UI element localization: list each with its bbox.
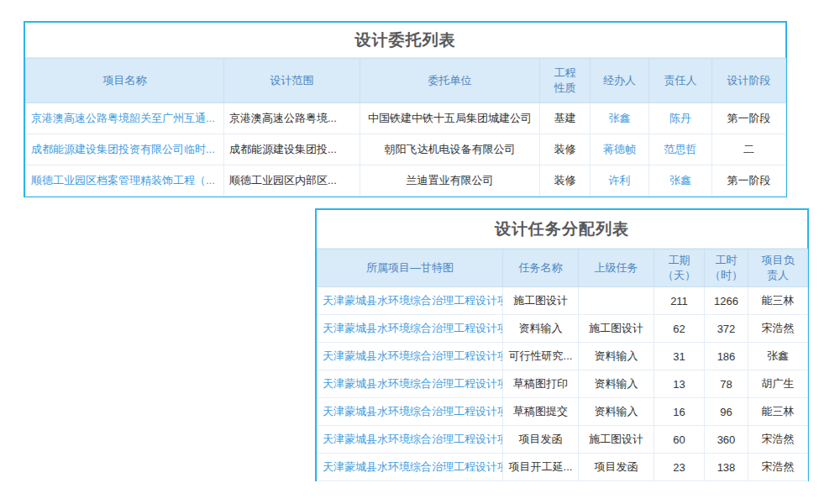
handler-cell: 许利 [591, 165, 649, 197]
task-project-link[interactable]: 天津蒙城县水环境综合治理工程设计项目 [323, 294, 503, 307]
nature-cell: 装修 [540, 165, 591, 197]
leader-cell: 能三林 [748, 398, 808, 426]
owner-cell: 张鑫 [649, 165, 712, 197]
task-row: 天津蒙城县水环境综合治理工程设计项目 草稿图打印 资料输入 13 78 胡广生 [318, 370, 808, 398]
column-header-client: 委托单位 [360, 59, 540, 103]
task-project-cell: 天津蒙城县水环境综合治理工程设计项目 [318, 454, 503, 481]
owner-cell: 陈丹 [649, 103, 712, 134]
scope-cell: 顺德工业园区内部区... [224, 165, 360, 197]
scope-cell: 京港澳高速公路粤境... [224, 103, 360, 134]
handler-link[interactable]: 许利 [609, 174, 631, 186]
column-header-scope: 设计范围 [224, 59, 360, 103]
column-header-handler: 经办人 [591, 59, 649, 103]
task-name-cell: 资料输入 [503, 315, 579, 343]
task-project-cell: 天津蒙城县水环境综合治理工程设计项目 [318, 343, 503, 370]
hours-cell: 372 [705, 315, 748, 343]
column-header-phase: 设计阶段 [712, 59, 786, 103]
hours-cell: 186 [705, 343, 748, 370]
handler-link[interactable]: 蒋德帧 [603, 143, 636, 155]
task-project-cell: 天津蒙城县水环境综合治理工程设计项目 [318, 370, 503, 398]
duration-cell: 13 [654, 370, 705, 398]
hours-cell: 1266 [705, 287, 748, 315]
nature-cell: 装修 [540, 134, 591, 165]
duration-cell: 16 [654, 398, 705, 426]
task-project-link[interactable]: 天津蒙城县水环境综合治理工程设计项目 [323, 377, 503, 390]
commission-table-title: 设计委托列表 [25, 23, 785, 58]
leader-cell: 宋浩然 [748, 426, 808, 454]
phase-cell: 二 [712, 134, 786, 165]
hours-cell: 78 [705, 370, 748, 398]
task-project-link[interactable]: 天津蒙城县水环境综合治理工程设计项目 [323, 322, 503, 334]
project-link[interactable]: 京港澳高速公路粤境韶关至广州互通... [31, 112, 215, 124]
task-project-cell: 天津蒙城县水环境综合治理工程设计项目 [318, 398, 503, 426]
leader-cell: 宋浩然 [748, 454, 808, 481]
client-cell: 朝阳飞达机电设备有限公司 [360, 134, 540, 165]
handler-link[interactable]: 张鑫 [609, 112, 631, 124]
task-project-link[interactable]: 天津蒙城县水环境综合治理工程设计项目 [323, 405, 503, 417]
project-link[interactable]: 顺德工业园区档案管理精装饰工程（... [31, 174, 215, 186]
duration-cell: 60 [654, 426, 705, 454]
task-name-cell: 可行性研究... [503, 343, 579, 370]
parent-task-cell [579, 287, 654, 315]
client-cell: 兰迪置业有限公司 [360, 165, 540, 197]
project-cell: 顺德工业园区档案管理精装饰工程（... [26, 165, 224, 197]
task-project-cell: 天津蒙城县水环境综合治理工程设计项目 [318, 315, 503, 343]
leader-cell: 宋浩然 [748, 315, 808, 343]
project-link[interactable]: 成都能源建设集团投资有限公司临时... [31, 143, 215, 155]
duration-cell: 23 [654, 454, 705, 481]
task-project-cell: 天津蒙城县水环境综合治理工程设计项目 [318, 426, 503, 454]
column-header-gantt-project: 所属项目—甘特图 [318, 249, 503, 287]
phase-cell: 第一阶段 [712, 103, 786, 134]
column-header-project: 项目名称 [26, 59, 224, 103]
nature-cell: 基建 [540, 103, 591, 134]
column-header-hours: 工时 （时） [705, 249, 748, 287]
project-cell: 京港澳高速公路粤境韶关至广州互通... [26, 103, 224, 134]
hours-cell: 96 [705, 398, 748, 426]
task-row: 天津蒙城县水环境综合治理工程设计项目 可行性研究... 资料输入 31 186 … [318, 343, 808, 370]
owner-link[interactable]: 范思哲 [664, 143, 697, 155]
parent-task-cell: 施工图设计 [579, 426, 654, 454]
duration-cell: 211 [654, 287, 705, 315]
commission-table: 项目名称 设计范围 委托单位 工程 性质 经办人 责任人 设计阶段 京港澳高速公… [25, 58, 786, 197]
leader-cell: 能三林 [748, 287, 808, 315]
owner-cell: 范思哲 [649, 134, 712, 165]
task-name-cell: 草稿图提交 [503, 398, 579, 426]
parent-task-cell: 资料输入 [579, 343, 654, 370]
commission-header-row: 项目名称 设计范围 委托单位 工程 性质 经办人 责任人 设计阶段 [26, 59, 786, 103]
task-table: 所属项目—甘特图 任务名称 上级任务 工期 （天） 工时 （时） 项目负 责人 … [317, 249, 808, 481]
leader-cell: 张鑫 [748, 343, 808, 370]
parent-task-cell: 项目发函 [579, 454, 654, 481]
task-name-cell: 项目开工延... [503, 454, 579, 481]
phase-cell: 第一阶段 [712, 165, 786, 197]
task-table-title: 设计任务分配列表 [317, 210, 807, 249]
column-header-leader: 项目负 责人 [748, 249, 808, 287]
column-header-task-name: 任务名称 [503, 249, 579, 287]
task-row: 天津蒙城县水环境综合治理工程设计项目 草稿图提交 资料输入 16 96 能三林 [318, 398, 808, 426]
task-name-cell: 施工图设计 [503, 287, 579, 315]
commission-row: 京港澳高速公路粤境韶关至广州互通... 京港澳高速公路粤境... 中国铁建中铁十… [26, 103, 786, 134]
task-project-link[interactable]: 天津蒙城县水环境综合治理工程设计项目 [323, 433, 503, 445]
owner-link[interactable]: 张鑫 [669, 174, 691, 186]
hours-cell: 360 [705, 426, 748, 454]
task-table-card: 设计任务分配列表 所属项目—甘特图 任务名称 上级任务 工期 （天） 工时 （时… [315, 208, 809, 481]
task-header-row: 所属项目—甘特图 任务名称 上级任务 工期 （天） 工时 （时） 项目负 责人 [318, 249, 808, 287]
task-row: 天津蒙城县水环境综合治理工程设计项目 项目发函 施工图设计 60 360 宋浩然 [318, 426, 808, 454]
duration-cell: 31 [654, 343, 705, 370]
handler-cell: 蒋德帧 [591, 134, 649, 165]
column-header-parent-task: 上级任务 [579, 249, 654, 287]
task-project-link[interactable]: 天津蒙城县水环境综合治理工程设计项目 [323, 349, 503, 362]
task-name-cell: 草稿图打印 [503, 370, 579, 398]
parent-task-cell: 资料输入 [579, 370, 654, 398]
hours-cell: 138 [705, 454, 748, 481]
handler-cell: 张鑫 [591, 103, 649, 134]
commission-row: 成都能源建设集团投资有限公司临时... 成都能源建设集团投... 朝阳飞达机电设… [26, 134, 786, 165]
task-row: 天津蒙城县水环境综合治理工程设计项目 施工图设计 211 1266 能三林 [318, 287, 808, 315]
task-name-cell: 项目发函 [503, 426, 579, 454]
task-project-link[interactable]: 天津蒙城县水环境综合治理工程设计项目 [323, 460, 503, 473]
task-row: 天津蒙城县水环境综合治理工程设计项目 项目开工延... 项目发函 23 138 … [318, 454, 808, 481]
task-row: 天津蒙城县水环境综合治理工程设计项目 资料输入 施工图设计 62 372 宋浩然 [318, 315, 808, 343]
commission-row: 顺德工业园区档案管理精装饰工程（... 顺德工业园区内部区... 兰迪置业有限公… [26, 165, 786, 197]
leader-cell: 胡广生 [748, 370, 808, 398]
owner-link[interactable]: 陈丹 [669, 112, 691, 124]
client-cell: 中国铁建中铁十五局集团城建公司 [360, 103, 540, 134]
